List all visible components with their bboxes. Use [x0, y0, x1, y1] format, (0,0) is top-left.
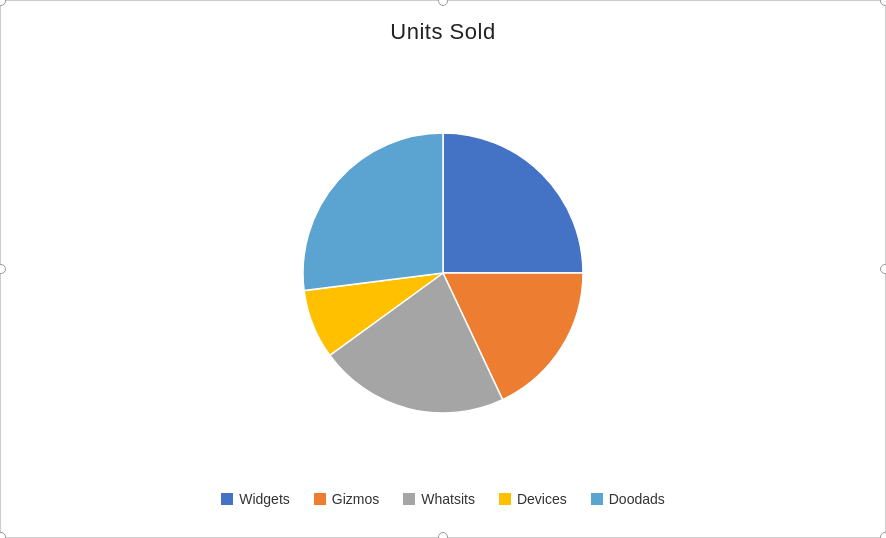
handle-bot-left[interactable] [0, 532, 6, 538]
pie-chart [278, 118, 608, 428]
handle-mid-right[interactable] [880, 264, 886, 274]
legend-label-devices: Devices [517, 491, 567, 507]
handle-mid-left[interactable] [0, 264, 6, 274]
legend-swatch-doodads [591, 493, 603, 505]
pie-segment-doodads[interactable] [303, 133, 443, 291]
legend-item-whatsits: Whatsits [403, 491, 475, 507]
legend-label-widgets: Widgets [239, 491, 290, 507]
legend-swatch-gizmos [314, 493, 326, 505]
handle-top-mid[interactable] [438, 0, 448, 6]
handle-top-left[interactable] [0, 0, 6, 6]
legend-swatch-devices [499, 493, 511, 505]
legend-label-whatsits: Whatsits [421, 491, 475, 507]
handle-bot-mid[interactable] [438, 532, 448, 538]
legend-item-devices: Devices [499, 491, 567, 507]
pie-area [278, 55, 608, 491]
handle-top-right[interactable] [880, 0, 886, 6]
legend-swatch-widgets [221, 493, 233, 505]
legend-label-doodads: Doodads [609, 491, 665, 507]
legend-item-widgets: Widgets [221, 491, 290, 507]
legend: WidgetsGizmosWhatsitsDevicesDoodads [221, 491, 665, 507]
legend-swatch-whatsits [403, 493, 415, 505]
legend-item-gizmos: Gizmos [314, 491, 379, 507]
chart-container: Units Sold WidgetsGizmosWhatsitsDevicesD… [0, 0, 886, 538]
legend-label-gizmos: Gizmos [332, 491, 379, 507]
chart-title: Units Sold [390, 19, 495, 45]
pie-segment-widgets[interactable] [443, 133, 583, 273]
handle-bot-right[interactable] [880, 532, 886, 538]
legend-item-doodads: Doodads [591, 491, 665, 507]
